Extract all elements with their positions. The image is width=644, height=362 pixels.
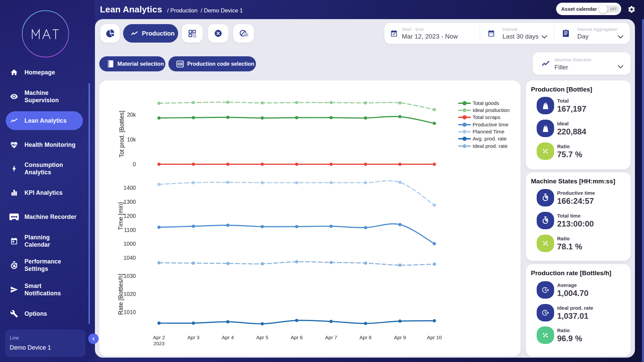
svg-text:1300: 1300 bbox=[123, 199, 136, 205]
svg-text:Avg. prod. rate: Avg. prod. rate bbox=[473, 136, 506, 141]
svg-text:Ideal production: Ideal production bbox=[473, 107, 509, 113]
svg-text:Apr 7: Apr 7 bbox=[325, 335, 337, 340]
svg-text:1400: 1400 bbox=[123, 185, 136, 191]
svg-text:1200: 1200 bbox=[123, 213, 136, 219]
svg-text:Apr 8: Apr 8 bbox=[360, 335, 372, 340]
svg-text:Apr 2: Apr 2 bbox=[153, 335, 165, 340]
svg-text:Ideal prod. rate: Ideal prod. rate bbox=[473, 143, 507, 149]
svg-text:Tot prod. [Bottles]: Tot prod. [Bottles] bbox=[118, 111, 125, 158]
svg-text:1020: 1020 bbox=[123, 291, 136, 297]
svg-text:Total scraps: Total scraps bbox=[473, 114, 500, 120]
svg-text:20k: 20k bbox=[127, 112, 136, 118]
svg-text:Apr 5: Apr 5 bbox=[256, 335, 268, 340]
svg-text:1010: 1010 bbox=[123, 309, 136, 315]
svg-text:Apr 4: Apr 4 bbox=[222, 335, 234, 340]
svg-text:Productive time: Productive time bbox=[473, 122, 508, 127]
svg-text:Apr 10: Apr 10 bbox=[427, 335, 442, 340]
svg-text:Total goods: Total goods bbox=[473, 100, 499, 106]
svg-text:1030: 1030 bbox=[123, 273, 136, 279]
svg-text:Apr 6: Apr 6 bbox=[291, 335, 303, 340]
svg-text:0: 0 bbox=[133, 161, 136, 167]
svg-text:Rate [Bottles/h]: Rate [Bottles/h] bbox=[117, 274, 124, 315]
svg-text:Apr 9: Apr 9 bbox=[394, 335, 406, 340]
svg-text:1000: 1000 bbox=[123, 241, 136, 247]
svg-text:Planned Time: Planned Time bbox=[473, 129, 504, 134]
svg-text:1040: 1040 bbox=[123, 255, 136, 261]
svg-text:Time [min]: Time [min] bbox=[117, 202, 124, 230]
svg-text:2023: 2023 bbox=[153, 341, 164, 346]
svg-text:10k: 10k bbox=[127, 136, 136, 142]
svg-text:1100: 1100 bbox=[124, 227, 136, 233]
svg-text:Apr 3: Apr 3 bbox=[187, 335, 200, 340]
